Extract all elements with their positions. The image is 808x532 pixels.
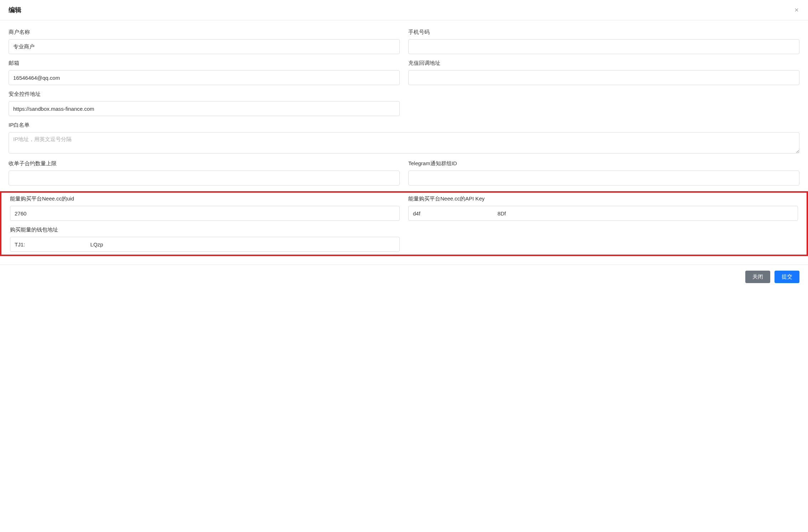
security-control-label: 安全控件地址	[9, 91, 400, 98]
recharge-callback-input[interactable]	[408, 70, 799, 85]
subcontract-limit-label: 收单子合约数量上限	[9, 160, 400, 167]
edit-modal: 编辑 商户名称 手机号码 邮箱 充值回调地址	[0, 0, 808, 289]
energy-wallet-group: 购买能量的钱包地址	[10, 226, 400, 252]
neee-uid-input[interactable]	[10, 206, 400, 221]
energy-wallet-label: 购买能量的钱包地址	[10, 226, 400, 233]
modal-title: 编辑	[9, 6, 21, 14]
neee-uid-label: 能量购买平台Neee.cc的uid	[10, 195, 400, 202]
neee-api-key-group: 能量购买平台Neee.cc的API Key	[408, 195, 798, 221]
telegram-group-group: Telegram通知群组ID	[408, 160, 799, 186]
ip-whitelist-textarea[interactable]	[9, 132, 799, 153]
highlight-box: 能量购买平台Neee.cc的uid 能量购买平台Neee.cc的API Key …	[0, 191, 808, 256]
telegram-group-label: Telegram通知群组ID	[408, 160, 799, 167]
subcontract-limit-input[interactable]	[9, 171, 400, 186]
recharge-callback-group: 充值回调地址	[408, 60, 799, 85]
energy-wallet-input[interactable]	[10, 237, 400, 252]
phone-input[interactable]	[408, 39, 799, 54]
modal-footer: 关闭 提交	[0, 265, 808, 289]
ip-whitelist-group: IP白名单	[9, 122, 799, 155]
spacer	[408, 91, 799, 116]
email-label: 邮箱	[9, 60, 400, 67]
merchant-name-group: 商户名称	[9, 29, 400, 54]
email-group: 邮箱	[9, 60, 400, 85]
email-input[interactable]	[9, 70, 400, 85]
modal-header: 编辑	[0, 0, 808, 20]
submit-button[interactable]: 提交	[775, 271, 799, 283]
phone-group: 手机号码	[408, 29, 799, 54]
security-control-input[interactable]	[9, 101, 400, 116]
merchant-name-label: 商户名称	[9, 29, 400, 36]
neee-api-key-label: 能量购买平台Neee.cc的API Key	[408, 195, 798, 202]
neee-api-key-input[interactable]	[408, 206, 798, 221]
recharge-callback-label: 充值回调地址	[408, 60, 799, 67]
neee-uid-group: 能量购买平台Neee.cc的uid	[10, 195, 400, 221]
modal-body: 商户名称 手机号码 邮箱 充值回调地址 安全控件地址	[0, 20, 808, 265]
security-control-group: 安全控件地址	[9, 91, 400, 116]
close-button[interactable]: 关闭	[745, 271, 770, 283]
subcontract-limit-group: 收单子合约数量上限	[9, 160, 400, 186]
phone-label: 手机号码	[408, 29, 799, 36]
close-icon[interactable]	[794, 7, 799, 13]
spacer	[408, 226, 798, 252]
ip-whitelist-label: IP白名单	[9, 122, 799, 129]
merchant-name-input[interactable]	[9, 39, 400, 54]
telegram-group-input[interactable]	[408, 171, 799, 186]
